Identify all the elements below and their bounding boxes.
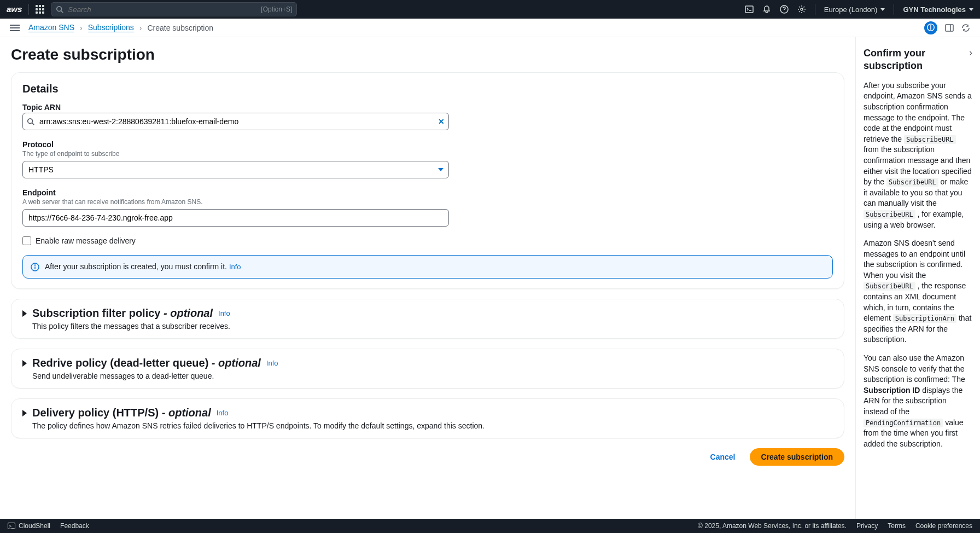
svg-line-1 bbox=[61, 11, 63, 13]
protocol-label: Protocol bbox=[22, 140, 833, 149]
breadcrumb-bar: Amazon SNS › Subscriptions › Create subs… bbox=[0, 19, 980, 37]
breadcrumb-link-sns[interactable]: Amazon SNS bbox=[28, 23, 74, 32]
delivery-policy-desc: The policy defines how Amazon SNS retrie… bbox=[32, 421, 833, 430]
svg-rect-2 bbox=[745, 6, 753, 13]
create-subscription-button[interactable]: Create subscription bbox=[750, 448, 844, 466]
caret-down-icon bbox=[438, 168, 444, 171]
search-input[interactable] bbox=[68, 5, 256, 14]
caret-down-icon bbox=[880, 8, 885, 11]
protocol-select[interactable]: HTTPS bbox=[22, 161, 449, 178]
settings-icon[interactable] bbox=[797, 5, 806, 14]
confirm-alert: After your subscription is created, you … bbox=[22, 255, 833, 279]
raw-delivery-checkbox[interactable] bbox=[22, 236, 31, 245]
apps-grid-icon[interactable] bbox=[36, 5, 44, 14]
filter-policy-title: Subscription filter policy bbox=[32, 307, 160, 319]
raw-delivery-label: Enable raw message delivery bbox=[36, 236, 136, 245]
svg-point-11 bbox=[35, 265, 36, 265]
help-icon[interactable] bbox=[780, 5, 789, 14]
region-label: Europe (London) bbox=[824, 5, 878, 14]
aws-logo[interactable]: aws bbox=[7, 4, 29, 15]
cloudshell-icon[interactable] bbox=[745, 5, 754, 14]
notifications-icon[interactable] bbox=[762, 5, 771, 14]
chevron-right-icon[interactable]: › bbox=[969, 47, 972, 59]
svg-point-4 bbox=[801, 8, 803, 10]
svg-line-8 bbox=[32, 123, 34, 125]
svg-rect-5 bbox=[946, 25, 953, 31]
region-selector[interactable]: Europe (London) bbox=[824, 5, 885, 14]
filter-policy-desc: This policy filters the messages that a … bbox=[32, 322, 833, 331]
optional-tag: - optional bbox=[208, 357, 261, 369]
filter-policy-panel: Subscription filter policy - optional In… bbox=[11, 299, 844, 339]
endpoint-hint: A web server that can receive notificati… bbox=[22, 198, 833, 206]
delivery-policy-title: Delivery policy (HTTP/S) bbox=[32, 407, 159, 419]
account-label: GYN Technologies bbox=[903, 5, 966, 14]
alert-text: After your subscription is created, you … bbox=[45, 262, 227, 271]
alert-info-link[interactable]: Info bbox=[229, 263, 241, 271]
search-shortcut: [Option+S] bbox=[261, 5, 292, 13]
global-search[interactable]: [Option+S] bbox=[51, 2, 297, 16]
help-paragraph-3: You can also use the Amazon SNS console … bbox=[864, 353, 972, 449]
redrive-policy-title: Redrive policy (dead-letter queue) bbox=[32, 357, 208, 369]
endpoint-input[interactable] bbox=[22, 209, 449, 227]
redrive-policy-info-link[interactable]: Info bbox=[266, 359, 278, 367]
layout-icon[interactable] bbox=[945, 24, 954, 32]
topic-arn-input[interactable] bbox=[22, 113, 449, 130]
details-panel: Details Topic ARN ✕ Protocol The type of… bbox=[11, 72, 844, 289]
help-panel: Confirm your subscription › After you su… bbox=[855, 37, 980, 519]
breadcrumb: Amazon SNS › Subscriptions › Create subs… bbox=[28, 23, 213, 32]
info-icon bbox=[31, 263, 39, 271]
chevron-right-icon: › bbox=[80, 24, 83, 32]
caret-down-icon bbox=[969, 8, 973, 11]
menu-toggle-icon[interactable] bbox=[10, 25, 20, 31]
expand-caret-icon[interactable] bbox=[22, 360, 27, 367]
breadcrumb-current: Create subscription bbox=[147, 24, 213, 32]
clear-icon[interactable]: ✕ bbox=[438, 117, 445, 126]
delivery-policy-info-link[interactable]: Info bbox=[217, 409, 229, 417]
optional-tag: - optional bbox=[160, 307, 213, 319]
expand-caret-icon[interactable] bbox=[22, 410, 27, 416]
svg-point-0 bbox=[57, 7, 62, 11]
filter-policy-info-link[interactable]: Info bbox=[218, 309, 230, 317]
search-icon bbox=[56, 5, 63, 13]
expand-caret-icon[interactable] bbox=[22, 310, 27, 317]
refresh-icon[interactable] bbox=[961, 24, 970, 32]
breadcrumb-link-subscriptions[interactable]: Subscriptions bbox=[88, 23, 134, 32]
info-badge-icon[interactable]: ⓘ bbox=[924, 21, 937, 34]
help-paragraph-1: After you subscribe your endpoint, Amazo… bbox=[864, 80, 972, 230]
help-paragraph-2: Amazon SNS doesn't send messages to an e… bbox=[864, 238, 972, 345]
top-navigation: aws [Option+S] Europe (London) GYN Techn… bbox=[0, 0, 980, 19]
delivery-policy-panel: Delivery policy (HTTP/S) - optional Info… bbox=[11, 398, 844, 438]
account-menu[interactable]: GYN Technologies bbox=[903, 5, 973, 14]
help-panel-title: Confirm your subscription bbox=[864, 47, 969, 73]
protocol-hint: The type of endpoint to subscribe bbox=[22, 150, 833, 158]
protocol-value: HTTPS bbox=[28, 165, 54, 174]
search-icon bbox=[27, 118, 34, 125]
cancel-button[interactable]: Cancel bbox=[704, 448, 742, 466]
redrive-policy-panel: Redrive policy (dead-letter queue) - opt… bbox=[11, 349, 844, 389]
endpoint-label: Endpoint bbox=[22, 188, 833, 197]
redrive-policy-desc: Send undeliverable messages to a dead-le… bbox=[32, 372, 833, 380]
optional-tag: - optional bbox=[159, 407, 211, 419]
page-title: Create subscription bbox=[11, 46, 844, 63]
details-heading: Details bbox=[22, 83, 833, 95]
chevron-right-icon: › bbox=[139, 24, 142, 32]
topic-arn-label: Topic ARN bbox=[22, 103, 833, 112]
svg-point-7 bbox=[28, 119, 33, 124]
